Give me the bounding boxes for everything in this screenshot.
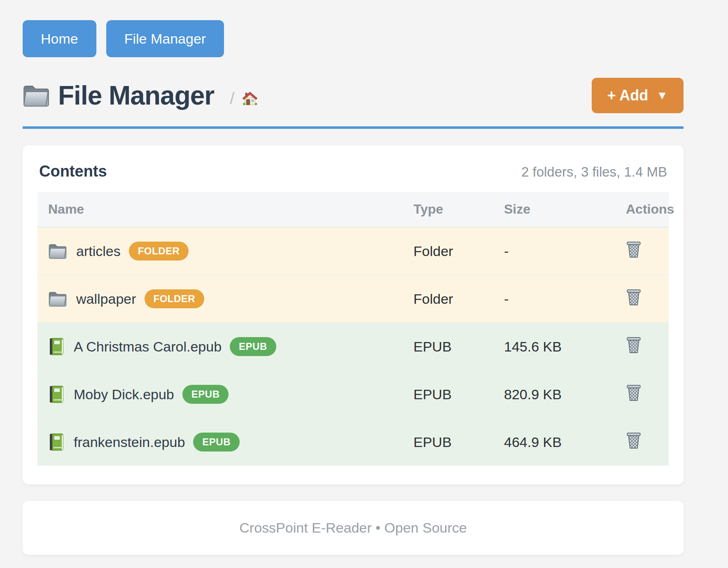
contents-summary: 2 folders, 3 files, 1.4 MB xyxy=(521,164,667,180)
add-button-label: + Add xyxy=(607,87,649,104)
green-book-icon xyxy=(48,385,65,403)
column-header-size: Size xyxy=(493,192,615,227)
entry-size: - xyxy=(493,227,615,275)
nav-home-button[interactable]: Home xyxy=(23,20,96,57)
nav-file-manager-button[interactable]: File Manager xyxy=(106,20,224,57)
entry-size: - xyxy=(493,275,615,323)
table-row[interactable]: frankenstein.epub EPUB EPUB 464.9 KB xyxy=(37,418,669,466)
table-row[interactable]: articles FOLDER Folder - xyxy=(37,227,669,275)
page-title: File Manager xyxy=(58,80,214,111)
entry-name[interactable]: wallpaper xyxy=(76,291,136,307)
delete-button[interactable] xyxy=(626,336,642,354)
entry-size: 820.9 KB xyxy=(493,370,615,418)
green-book-icon xyxy=(48,433,65,451)
file-table: Name Type Size Actions articles FOLDER F… xyxy=(37,192,669,466)
column-header-actions: Actions xyxy=(615,192,669,227)
table-row[interactable]: A Christmas Carol.epub EPUB EPUB 145.6 K… xyxy=(37,323,669,370)
entry-type: EPUB xyxy=(403,323,493,370)
column-header-type: Type xyxy=(403,192,493,227)
breadcrumb: / xyxy=(230,89,258,108)
breadcrumb-separator: / xyxy=(230,89,234,108)
entry-name[interactable]: Moby Dick.epub xyxy=(74,386,174,403)
type-badge: EPUB xyxy=(193,433,240,452)
wastebasket-icon xyxy=(626,336,642,354)
green-book-icon xyxy=(48,338,65,356)
type-badge: FOLDER xyxy=(145,289,205,308)
type-badge: EPUB xyxy=(182,385,229,404)
entry-size: 145.6 KB xyxy=(493,323,615,370)
table-row[interactable]: wallpaper FOLDER Folder - xyxy=(37,275,669,323)
type-badge: EPUB xyxy=(230,337,276,356)
footer-text: CrossPoint E-Reader • Open Source xyxy=(239,520,467,535)
house-icon[interactable] xyxy=(242,90,258,107)
entry-name[interactable]: frankenstein.epub xyxy=(74,434,185,450)
column-header-name: Name xyxy=(37,192,403,227)
wastebasket-icon xyxy=(626,289,642,306)
delete-button[interactable] xyxy=(626,384,642,401)
entry-name[interactable]: A Christmas Carol.epub xyxy=(74,339,222,355)
table-row[interactable]: Moby Dick.epub EPUB EPUB 820.9 KB xyxy=(37,370,669,418)
type-badge: FOLDER xyxy=(129,242,189,261)
page: Home File Manager File Manager / + Add ▼… xyxy=(23,0,684,555)
entry-type: EPUB xyxy=(403,418,493,466)
wastebasket-icon xyxy=(626,241,642,258)
contents-heading: Contents xyxy=(39,163,107,180)
entry-type: Folder xyxy=(403,227,493,275)
folder-icon xyxy=(23,84,50,107)
entry-name[interactable]: articles xyxy=(76,243,121,259)
wastebasket-icon xyxy=(626,384,642,401)
page-header: File Manager / + Add ▼ xyxy=(23,78,684,113)
delete-button[interactable] xyxy=(626,289,642,306)
title-divider xyxy=(23,126,684,129)
folder-icon xyxy=(48,291,67,307)
wastebasket-icon xyxy=(626,432,642,449)
contents-card: Contents 2 folders, 3 files, 1.4 MB Name… xyxy=(23,145,684,484)
folder-icon xyxy=(48,243,67,259)
add-button[interactable]: + Add ▼ xyxy=(592,78,684,113)
entry-type: EPUB xyxy=(403,370,493,418)
delete-button[interactable] xyxy=(626,432,642,449)
delete-button[interactable] xyxy=(626,241,642,258)
entry-type: Folder xyxy=(403,275,493,323)
entry-size: 464.9 KB xyxy=(493,418,615,466)
caret-down-icon: ▼ xyxy=(656,89,668,102)
top-nav: Home File Manager xyxy=(23,20,684,57)
table-header-row: Name Type Size Actions xyxy=(37,192,669,227)
footer: CrossPoint E-Reader • Open Source xyxy=(23,501,684,555)
